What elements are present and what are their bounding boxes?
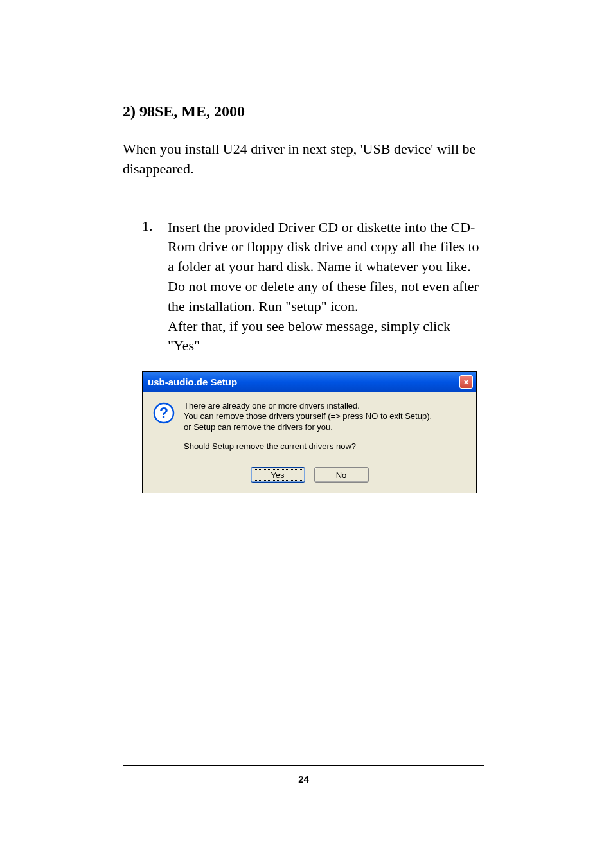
page-footer: 24 bbox=[123, 765, 484, 784]
page-number: 24 bbox=[123, 774, 484, 784]
footer-divider bbox=[123, 765, 484, 766]
question-icon: ? bbox=[153, 402, 175, 424]
dialog-line-2: You can remove those drivers yourself (=… bbox=[184, 411, 466, 421]
dialog-body: ? There are already one or more drivers … bbox=[143, 392, 476, 462]
list-content: Insert the provided Driver CD or diskett… bbox=[168, 218, 484, 357]
dialog-title: usb-audio.de Setup bbox=[148, 376, 237, 387]
list-item-1: 1. Insert the provided Driver CD or disk… bbox=[142, 218, 484, 357]
yes-button[interactable]: Yes bbox=[251, 467, 305, 483]
dialog-titlebar: usb-audio.de Setup × bbox=[143, 372, 476, 392]
list-para-1: Insert the provided Driver CD or diskett… bbox=[168, 218, 484, 317]
close-icon: × bbox=[464, 377, 469, 387]
intro-paragraph: When you install U24 driver in next step… bbox=[123, 139, 484, 179]
dialog-message: There are already one or more drivers in… bbox=[184, 401, 466, 452]
section-heading: 2) 98SE, ME, 2000 bbox=[123, 103, 484, 120]
list-number: 1. bbox=[142, 218, 168, 357]
dialog-line-4: Should Setup remove the current drivers … bbox=[184, 441, 466, 452]
setup-dialog: usb-audio.de Setup × ? There are already… bbox=[142, 371, 477, 493]
dialog-line-1: There are already one or more drivers in… bbox=[184, 401, 466, 411]
no-button[interactable]: No bbox=[314, 467, 369, 483]
close-button[interactable]: × bbox=[459, 375, 473, 389]
dialog-line-3: or Setup can remove the drivers for you. bbox=[184, 422, 466, 432]
list-para-2: After that, if you see below message, si… bbox=[168, 317, 484, 357]
dialog-button-row: Yes No bbox=[143, 462, 476, 493]
svg-text:?: ? bbox=[159, 405, 168, 421]
